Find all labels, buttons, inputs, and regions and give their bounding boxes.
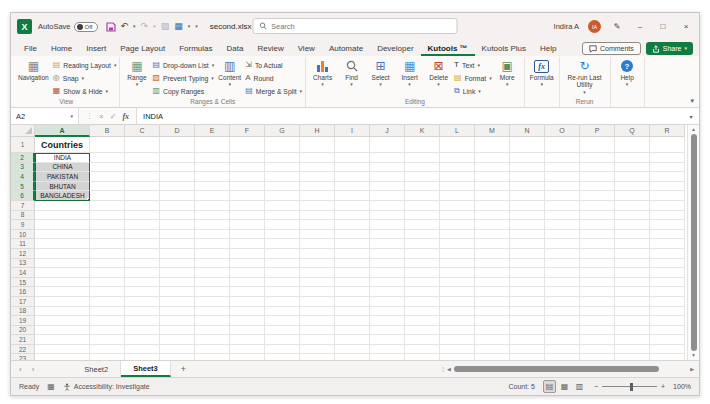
grid-cell-m1[interactable]	[475, 137, 510, 153]
table-tool-caret-icon[interactable]: ▾	[188, 24, 191, 29]
grid-cell-g7[interactable]	[265, 201, 300, 211]
grid-cell-p8[interactable]	[580, 211, 615, 221]
grid-cell-e12[interactable]	[195, 249, 230, 259]
grid-cell-h3[interactable]	[300, 163, 335, 173]
grid-cell-o13[interactable]	[545, 259, 580, 269]
grid-cell-b1[interactable]	[90, 137, 125, 153]
grid-cell-i12[interactable]	[335, 249, 370, 259]
grid-cell-c17[interactable]	[125, 297, 160, 307]
table-tool-icon[interactable]: ▦	[174, 22, 183, 31]
grid-cell-l4[interactable]	[440, 172, 475, 182]
grid-cell-p15[interactable]	[580, 278, 615, 288]
menu-tab-view[interactable]: View	[291, 42, 322, 56]
minimize-button[interactable]: –	[633, 22, 647, 31]
row-header-9[interactable]: 9	[11, 220, 35, 230]
grid-cell-f21[interactable]	[230, 335, 265, 345]
merge-split-button[interactable]: ▤Merge & Split▾	[245, 85, 302, 97]
grid-cell-l5[interactable]	[440, 182, 475, 192]
grid-cell-l21[interactable]	[440, 335, 475, 345]
grid-cell-l9[interactable]	[440, 220, 475, 230]
close-button[interactable]: ×	[679, 22, 693, 31]
dropdown-caret-icon[interactable]: ▾	[506, 82, 509, 87]
grid-cell-g16[interactable]	[265, 287, 300, 297]
grid-cell-g17[interactable]	[265, 297, 300, 307]
autosave-switch-icon[interactable]: Off	[74, 22, 98, 32]
grid-cell-b20[interactable]	[90, 326, 125, 336]
delete-button[interactable]: ⊠Delete▾	[425, 58, 452, 88]
grid-cell-m11[interactable]	[475, 239, 510, 249]
row-header-4[interactable]: 4	[11, 172, 35, 182]
link-button[interactable]: ⧉Link▾	[454, 85, 492, 97]
grid-cell-c19[interactable]	[125, 316, 160, 326]
grid-cell-f12[interactable]	[230, 249, 265, 259]
grid-cell-e6[interactable]	[195, 191, 230, 201]
grid-cell-o10[interactable]	[545, 230, 580, 240]
grid-cell-f7[interactable]	[230, 201, 265, 211]
grid-cell-m7[interactable]	[475, 201, 510, 211]
grid-cell-h18[interactable]	[300, 307, 335, 317]
grid-cell-c7[interactable]	[125, 201, 160, 211]
dropdown-caret-icon[interactable]: ▾	[379, 82, 382, 87]
grid-cell-g3[interactable]	[265, 163, 300, 173]
grid-cell-j10[interactable]	[370, 230, 405, 240]
grid-cell-d23[interactable]	[160, 354, 195, 360]
grid-cell-r10[interactable]	[650, 230, 685, 240]
grid-cell-k15[interactable]	[405, 278, 440, 288]
grid-cell-m22[interactable]	[475, 345, 510, 355]
grid-cell-c6[interactable]	[125, 191, 160, 201]
grid-cell-f20[interactable]	[230, 326, 265, 336]
grid-cell-k17[interactable]	[405, 297, 440, 307]
menu-tab-kutools-plus[interactable]: Kutools Plus	[475, 42, 533, 56]
grid-cell-o20[interactable]	[545, 326, 580, 336]
grid-cell-c21[interactable]	[125, 335, 160, 345]
grid-cell-f13[interactable]	[230, 259, 265, 269]
row-header-8[interactable]: 8	[11, 211, 35, 221]
grid-cell-p14[interactable]	[580, 268, 615, 278]
grid-cell-o3[interactable]	[545, 163, 580, 173]
grid-cell-d10[interactable]	[160, 230, 195, 240]
grid-cell-q1[interactable]	[615, 137, 650, 153]
grid-cell-p7[interactable]	[580, 201, 615, 211]
grid-cell-r13[interactable]	[650, 259, 685, 269]
grid-cell-h9[interactable]	[300, 220, 335, 230]
grid-cell-m18[interactable]	[475, 307, 510, 317]
charts-button[interactable]: Charts▾	[309, 58, 336, 88]
dropdown-caret-icon[interactable]: ▾	[408, 82, 411, 87]
zoom-level[interactable]: 100%	[673, 383, 691, 390]
grid-cell-c23[interactable]	[125, 354, 160, 360]
grid-cell-m9[interactable]	[475, 220, 510, 230]
grid-cell-m17[interactable]	[475, 297, 510, 307]
grid-cell-g12[interactable]	[265, 249, 300, 259]
column-header-i[interactable]: I	[335, 125, 370, 137]
grid-cell-i3[interactable]	[335, 163, 370, 173]
grid-cell-i10[interactable]	[335, 230, 370, 240]
grid-cell-h4[interactable]	[300, 172, 335, 182]
grid-cell-e17[interactable]	[195, 297, 230, 307]
grid-cell-j11[interactable]	[370, 239, 405, 249]
grid-cell-i5[interactable]	[335, 182, 370, 192]
grid-cell-r11[interactable]	[650, 239, 685, 249]
sheet-tab-sheet3[interactable]: Sheet3	[121, 361, 171, 377]
grid-cell-r3[interactable]	[650, 163, 685, 173]
grid-cell-m5[interactable]	[475, 182, 510, 192]
grid-cell-n8[interactable]	[510, 211, 545, 221]
grid-cell-k9[interactable]	[405, 220, 440, 230]
grid-cell-d16[interactable]	[160, 287, 195, 297]
grid-cell-k16[interactable]	[405, 287, 440, 297]
grid-cell-n9[interactable]	[510, 220, 545, 230]
dropdown-caret-icon[interactable]: ▾	[478, 89, 481, 94]
grid-cell-d14[interactable]	[160, 268, 195, 278]
menu-tab-home[interactable]: Home	[44, 42, 79, 56]
grid-cell-b4[interactable]	[90, 172, 125, 182]
grid-cell-p13[interactable]	[580, 259, 615, 269]
grid-cell-h11[interactable]	[300, 239, 335, 249]
row-header-5[interactable]: 5	[11, 182, 35, 192]
grid-cell-i9[interactable]	[335, 220, 370, 230]
grid-cell-j17[interactable]	[370, 297, 405, 307]
grid-cell-b12[interactable]	[90, 249, 125, 259]
grid-cell-q6[interactable]	[615, 191, 650, 201]
grid-cell-i15[interactable]	[335, 278, 370, 288]
zoom-slider-thumb[interactable]	[630, 383, 633, 391]
grid-cell-p1[interactable]	[580, 137, 615, 153]
grid-cell-k19[interactable]	[405, 316, 440, 326]
